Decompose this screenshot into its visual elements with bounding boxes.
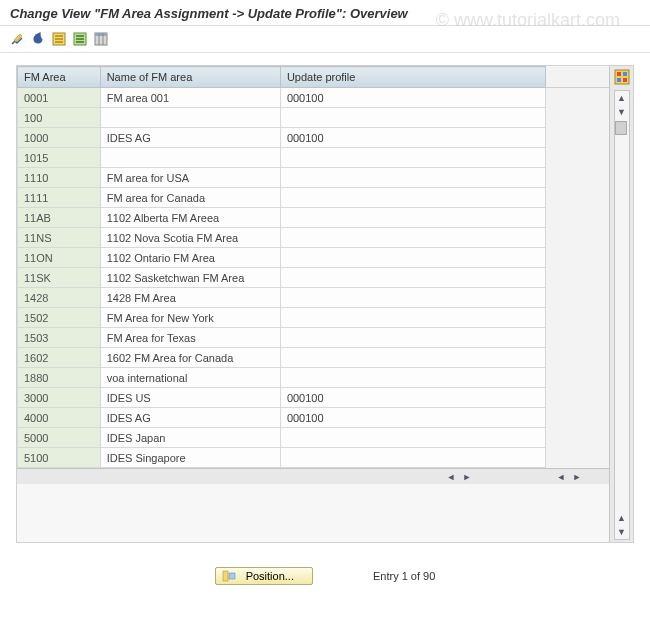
cell-profile[interactable] <box>280 308 545 328</box>
cell-profile[interactable] <box>280 328 545 348</box>
table-row[interactable]: 1000IDES AG000100 <box>18 128 610 148</box>
cell-fm-area[interactable]: 1880 <box>18 368 101 388</box>
column-header-profile[interactable]: Update profile <box>280 67 545 88</box>
table-row[interactable]: 11NS1102 Nova Scotia FM Area <box>18 228 610 248</box>
cell-profile[interactable] <box>280 168 545 188</box>
cell-profile[interactable]: 000100 <box>280 408 545 428</box>
cell-name[interactable]: 1428 FM Area <box>100 288 280 308</box>
scroll-up-icon[interactable]: ▲ <box>615 511 629 525</box>
cell-fm-area[interactable]: 4000 <box>18 408 101 428</box>
table-row[interactable]: 0001FM area 001000100 <box>18 88 610 108</box>
table-row[interactable]: 1111FM area for Canada <box>18 188 610 208</box>
cell-name[interactable]: IDES Japan <box>100 428 280 448</box>
cell-name[interactable] <box>100 108 280 128</box>
scroll-up-icon[interactable]: ▲ <box>615 91 629 105</box>
cell-name[interactable]: IDES Singapore <box>100 448 280 468</box>
cell-name[interactable]: FM area 001 <box>100 88 280 108</box>
scroll-right-icon[interactable]: ► <box>570 470 584 484</box>
cell-fm-area[interactable]: 1111 <box>18 188 101 208</box>
table-row[interactable]: 1110FM area for USA <box>18 168 610 188</box>
cell-fm-area[interactable]: 1503 <box>18 328 101 348</box>
cell-profile[interactable] <box>280 208 545 228</box>
cell-name[interactable]: IDES US <box>100 388 280 408</box>
cell-fm-area[interactable]: 11AB <box>18 208 101 228</box>
undo-icon[interactable] <box>29 30 47 48</box>
table-row[interactable]: 1880voa international <box>18 368 610 388</box>
cell-profile[interactable]: 000100 <box>280 88 545 108</box>
cell-name[interactable]: FM area for USA <box>100 168 280 188</box>
cell-profile[interactable] <box>280 248 545 268</box>
cell-fm-area[interactable]: 1502 <box>18 308 101 328</box>
cell-name[interactable]: FM area for Canada <box>100 188 280 208</box>
cell-fm-area[interactable]: 1000 <box>18 128 101 148</box>
scrollbar-thumb[interactable] <box>615 121 627 135</box>
table-row[interactable]: 5000IDES Japan <box>18 428 610 448</box>
toggle-display-icon[interactable] <box>8 30 26 48</box>
cell-profile[interactable] <box>280 428 545 448</box>
cell-name[interactable]: 1602 FM Area for Canada <box>100 348 280 368</box>
table-row[interactable]: 16021602 FM Area for Canada <box>18 348 610 368</box>
table-settings-icon[interactable] <box>92 30 110 48</box>
cell-profile[interactable] <box>280 228 545 248</box>
cell-profile[interactable] <box>280 148 545 168</box>
cell-name[interactable]: 1102 Nova Scotia FM Area <box>100 228 280 248</box>
cell-profile[interactable] <box>280 288 545 308</box>
cell-name[interactable]: 1102 Sasketchwan FM Area <box>100 268 280 288</box>
vertical-scrollbar[interactable]: ▲ ▼ ▲ ▼ <box>614 90 630 540</box>
table-row[interactable]: 1503FM Area for Texas <box>18 328 610 348</box>
column-header-fm-area[interactable]: FM Area <box>18 67 101 88</box>
cell-fm-area[interactable]: 5000 <box>18 428 101 448</box>
table-row[interactable]: 5100IDES Singapore <box>18 448 610 468</box>
cell-fm-area[interactable]: 1110 <box>18 168 101 188</box>
cell-fm-area[interactable]: 1428 <box>18 288 101 308</box>
cell-fm-area[interactable]: 0001 <box>18 88 101 108</box>
cell-name[interactable]: FM Area for Texas <box>100 328 280 348</box>
column-header-name[interactable]: Name of FM area <box>100 67 280 88</box>
table-row[interactable]: 11AB1102 Alberta FM Areea <box>18 208 610 228</box>
cell-profile[interactable] <box>280 108 545 128</box>
scroll-left-icon[interactable]: ◄ <box>444 470 458 484</box>
cell-profile[interactable] <box>280 368 545 388</box>
cell-profile[interactable]: 000100 <box>280 128 545 148</box>
scroll-down-icon[interactable]: ▼ <box>615 525 629 539</box>
table-row[interactable]: 100 <box>18 108 610 128</box>
cell-profile[interactable] <box>280 268 545 288</box>
cell-name[interactable]: 1102 Ontario FM Area <box>100 248 280 268</box>
table-row[interactable]: 1502FM Area for New York <box>18 308 610 328</box>
cell-profile[interactable]: 000100 <box>280 388 545 408</box>
svg-rect-14 <box>623 72 627 76</box>
cell-spacer <box>545 428 609 448</box>
cell-name[interactable]: IDES AG <box>100 128 280 148</box>
scroll-right-icon[interactable]: ► <box>460 470 474 484</box>
cell-name[interactable]: 1102 Alberta FM Areea <box>100 208 280 228</box>
scroll-left-icon[interactable]: ◄ <box>554 470 568 484</box>
table-row[interactable]: 14281428 FM Area <box>18 288 610 308</box>
cell-fm-area[interactable]: 11ON <box>18 248 101 268</box>
table-row[interactable]: 11SK1102 Sasketchwan FM Area <box>18 268 610 288</box>
position-button[interactable]: Position... <box>215 567 313 585</box>
horizontal-scrollbar[interactable]: ◄ ► ◄ ► <box>17 468 609 484</box>
cell-profile[interactable] <box>280 348 545 368</box>
table-row[interactable]: 3000IDES US000100 <box>18 388 610 408</box>
cell-fm-area[interactable]: 3000 <box>18 388 101 408</box>
cell-fm-area[interactable]: 5100 <box>18 448 101 468</box>
select-all-icon[interactable] <box>50 30 68 48</box>
cell-name[interactable]: voa international <box>100 368 280 388</box>
scroll-down-icon[interactable]: ▼ <box>615 105 629 119</box>
cell-fm-area[interactable]: 11SK <box>18 268 101 288</box>
cell-fm-area[interactable]: 1015 <box>18 148 101 168</box>
cell-name[interactable]: FM Area for New York <box>100 308 280 328</box>
table-row[interactable]: 1015 <box>18 148 610 168</box>
cell-name[interactable]: IDES AG <box>100 408 280 428</box>
cell-fm-area[interactable]: 100 <box>18 108 101 128</box>
cell-name[interactable] <box>100 148 280 168</box>
cell-fm-area[interactable]: 11NS <box>18 228 101 248</box>
cell-fm-area[interactable]: 1602 <box>18 348 101 368</box>
table-row[interactable]: 11ON1102 Ontario FM Area <box>18 248 610 268</box>
table-row[interactable]: 4000IDES AG000100 <box>18 408 610 428</box>
table-config-icon[interactable] <box>613 68 631 86</box>
svg-rect-16 <box>623 78 627 82</box>
cell-profile[interactable] <box>280 188 545 208</box>
cell-profile[interactable] <box>280 448 545 468</box>
deselect-all-icon[interactable] <box>71 30 89 48</box>
